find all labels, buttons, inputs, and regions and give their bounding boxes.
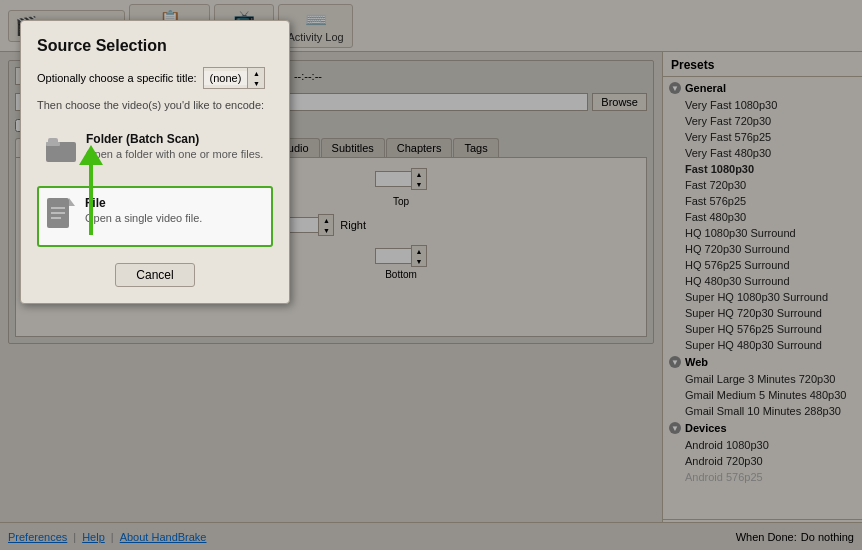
dialog-cancel-row: Cancel bbox=[37, 263, 273, 287]
title-select-row: Optionally choose a specific title: (non… bbox=[37, 67, 273, 89]
source-dialog: Source Selection Optionally choose a spe… bbox=[20, 20, 290, 304]
svg-rect-2 bbox=[48, 138, 58, 144]
modal-overlay: Source Selection Optionally choose a spe… bbox=[0, 0, 862, 550]
title-spinbox: (none) ▲ ▼ bbox=[203, 67, 266, 89]
subtitle2: Then choose the video(s) you'd like to e… bbox=[37, 99, 273, 111]
green-arrow-indicator bbox=[71, 140, 131, 243]
app-container: 🎬 Add to Queue ▼ 📋 Show Queue 📺 Preview … bbox=[0, 0, 862, 550]
subtitle1: Optionally choose a specific title: bbox=[37, 72, 197, 84]
cancel-button[interactable]: Cancel bbox=[115, 263, 194, 287]
title-down-button[interactable]: ▼ bbox=[248, 78, 264, 88]
title-spinbox-btns: ▲ ▼ bbox=[247, 68, 264, 88]
title-up-button[interactable]: ▲ bbox=[248, 68, 264, 78]
svg-marker-9 bbox=[79, 145, 103, 165]
dialog-title: Source Selection bbox=[37, 37, 273, 55]
title-value: (none) bbox=[204, 71, 248, 85]
